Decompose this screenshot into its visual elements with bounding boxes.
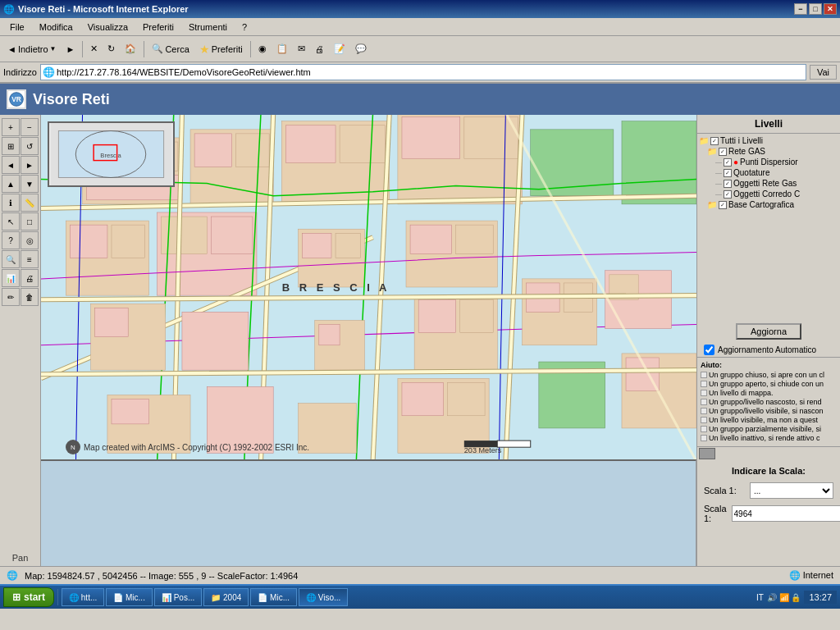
select-button[interactable]: ↖ (2, 212, 20, 231)
query-button[interactable]: ? (2, 231, 20, 249)
edit-button[interactable]: 📝 (330, 39, 349, 59)
clear-button[interactable]: 🗑 (21, 288, 39, 306)
start-button[interactable]: ⊞ start (3, 587, 54, 607)
rect-select-button[interactable]: □ (21, 212, 39, 231)
svg-rect-41 (456, 225, 494, 253)
info-button[interactable]: ℹ (2, 194, 20, 212)
vai-button[interactable]: Vai (810, 65, 837, 80)
back-button[interactable]: ◄ Indietro ▼ (3, 39, 61, 59)
refresh-map-button[interactable]: ↺ (21, 137, 39, 155)
layer-punti-checkbox[interactable] (724, 158, 732, 167)
forward-button[interactable]: ► (62, 39, 80, 59)
help-title: Aiuto: (701, 361, 837, 369)
stop-button[interactable]: ✕ (86, 39, 102, 59)
scala-dropdown[interactable]: ... 1:500 1:1000 1:2000 1:5000 1:10000 (750, 482, 833, 499)
menu-help[interactable]: ? (235, 21, 253, 34)
auto-update-checkbox[interactable] (704, 345, 714, 355)
taskbar-btn-6[interactable]: 🌐 Viso... (299, 588, 348, 606)
address-input-wrap[interactable]: 🌐 (40, 64, 806, 80)
buffer-button[interactable]: ◎ (21, 231, 39, 249)
layer-minus3-icon: — (715, 180, 722, 187)
zoom-out-button[interactable]: − (21, 118, 39, 136)
full-extent-button[interactable]: ⊞ (2, 137, 20, 155)
discuss-button[interactable]: 💬 (351, 39, 371, 59)
scala-row-2: Scala 1: (704, 504, 833, 523)
help-item-3: Un livello di mappa. (701, 389, 837, 397)
legend-button[interactable]: 📊 (2, 269, 20, 287)
scala-panel: Indicare la Scala: Scala 1: ... 1:500 1:… (696, 459, 840, 566)
layer-button[interactable]: ≡ (21, 250, 39, 268)
status-icon: 🌐 (7, 570, 18, 581)
print-button[interactable]: 🖨 (311, 39, 328, 59)
pan-left-button[interactable]: ◄ (2, 156, 20, 174)
bottom-map-area (41, 459, 696, 566)
layer-rete-gas-checkbox[interactable] (719, 148, 727, 156)
minimize-button[interactable]: − (794, 3, 807, 15)
help-dot-5 (701, 408, 707, 414)
taskbar-btn-5[interactable]: 📄 Mic... (250, 588, 297, 606)
menu-modifica[interactable]: Modifica (33, 21, 80, 34)
taskbar-btn-2[interactable]: 📄 Mic... (106, 588, 153, 606)
search-button[interactable]: 🔍 Cerca (148, 39, 193, 59)
layer-base-icon: 📁 (707, 200, 717, 209)
help-dot-6 (701, 417, 707, 423)
mail-button[interactable]: ✉ (294, 39, 309, 59)
layer-rete-gas[interactable]: 📁 Rete GAS (707, 146, 838, 157)
menu-strumenti[interactable]: Strumenti (182, 21, 234, 34)
svg-rect-37 (303, 233, 331, 258)
measure-button[interactable]: 📏 (21, 194, 39, 212)
zoom-in-button[interactable]: + (2, 118, 20, 136)
nav-row2: ▲ ▼ (2, 175, 39, 193)
svg-rect-20 (112, 225, 144, 258)
layer-oggetti-rete[interactable]: — Oggetti Rete Gas (715, 178, 838, 189)
layer-oggetti-corredo[interactable]: — Oggetti Corredo C (715, 189, 838, 199)
layer-quotature-checkbox[interactable] (724, 169, 732, 177)
layer-folder-icon: 📁 (699, 136, 709, 145)
taskbar-btn-1[interactable]: 🌐 htt... (62, 588, 104, 606)
thumbnail-svg: Brescia (49, 123, 173, 185)
menu-file[interactable]: File (3, 21, 31, 34)
pan-up-button[interactable]: ▲ (2, 175, 20, 193)
scrollbar-thumb[interactable] (699, 448, 715, 459)
layer-punti[interactable]: — ● Punti Dispersior (715, 157, 838, 167)
layer-base-carto[interactable]: 📁 Base Cartografica (707, 199, 838, 210)
pan-right-button[interactable]: ► (21, 156, 39, 174)
scala-input[interactable] (732, 505, 840, 522)
taskbar-btn-4[interactable]: 📁 2004 (203, 588, 249, 606)
menu-visualizza[interactable]: Visualizza (81, 21, 135, 34)
back-arrow-icon: ▼ (50, 45, 57, 52)
layer-oggetti-corredo-checkbox[interactable] (724, 190, 732, 199)
pan-down-button[interactable]: ▼ (21, 175, 39, 193)
history-button[interactable]: 📋 (272, 39, 292, 59)
address-input[interactable] (57, 67, 804, 77)
map-area[interactable]: 203 Meters Brescia B R E S C I A N Map c… (41, 115, 696, 459)
close-button[interactable]: ✕ (824, 3, 837, 15)
taskbar-btn-3[interactable]: 📊 Pos... (154, 588, 202, 606)
draw-button[interactable]: ✏ (2, 288, 20, 306)
svg-rect-19 (70, 225, 107, 258)
layer-oggetti-corredo-label: Oggetti Corredo C (733, 189, 800, 199)
home-button[interactable]: 🏠 (121, 39, 140, 59)
help-item-8: Un livello inattivo, si rende attivo c (701, 434, 837, 442)
help-text-3: Un livello di mappa. (709, 389, 774, 397)
maximize-button[interactable]: □ (809, 3, 822, 15)
media-button[interactable]: ◉ (254, 39, 271, 59)
menu-preferiti[interactable]: Preferiti (136, 21, 180, 34)
pan-label: Pan (12, 553, 29, 563)
title-bar-controls[interactable]: − □ ✕ (794, 3, 837, 15)
print-map-button[interactable]: 🖨 (21, 269, 39, 287)
layers-tree: 📁 Tutti i Livelli 📁 Rete GAS — ● Punti D… (697, 134, 840, 320)
layer-tutti[interactable]: 📁 Tutti i Livelli (699, 135, 838, 146)
layer-tutti-checkbox[interactable] (710, 137, 719, 145)
svg-text:Brescia: Brescia (100, 152, 121, 159)
aggiorna-button[interactable]: Aggiorna (736, 323, 801, 340)
layer-base-carto-checkbox[interactable] (719, 201, 727, 209)
layer-oggetti-rete-checkbox[interactable] (724, 180, 732, 188)
help-dot-2 (701, 381, 707, 387)
right-panel-scrollbar[interactable] (697, 446, 840, 459)
layer-quotature[interactable]: — Quotature (715, 167, 838, 178)
refresh-button[interactable]: ↻ (103, 39, 119, 59)
status-bar: 🌐 Map: 1594824.57 , 5042456 -- Image: 55… (0, 566, 840, 584)
favorites-button[interactable]: ★ Preferiti (195, 39, 247, 59)
map-search-button[interactable]: 🔍 (2, 250, 20, 268)
